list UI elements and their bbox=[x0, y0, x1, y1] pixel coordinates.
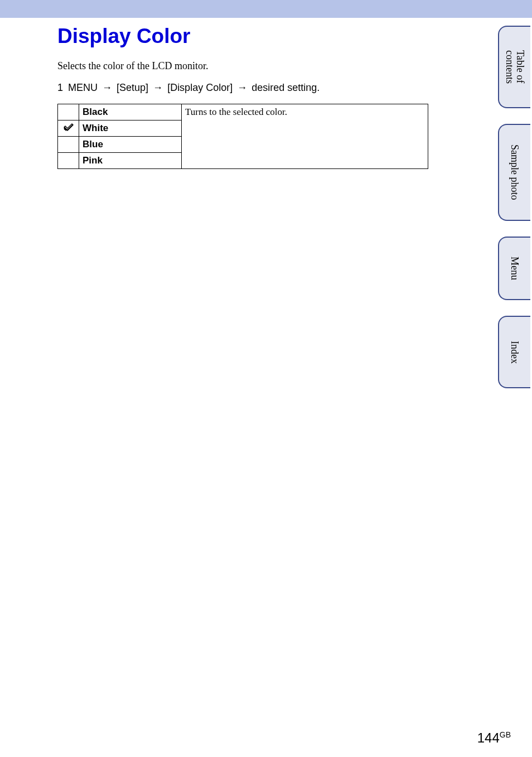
check-icon bbox=[64, 123, 74, 131]
option-name: White bbox=[79, 120, 182, 137]
main-content: Display Color Selects the color of the L… bbox=[0, 18, 429, 169]
step-final: desired setting. bbox=[252, 82, 320, 93]
page-footer: 144GB bbox=[477, 730, 511, 746]
options-table: Black Turns to the selected color. White… bbox=[57, 104, 428, 169]
tab-index[interactable]: Index bbox=[498, 316, 530, 388]
table-row: Black Turns to the selected color. bbox=[58, 104, 428, 120]
option-description: Turns to the selected color. bbox=[182, 104, 428, 169]
check-cell bbox=[58, 120, 79, 137]
option-name: Pink bbox=[79, 153, 182, 169]
step-path-2: [Display Color] bbox=[167, 82, 233, 93]
check-cell bbox=[58, 104, 79, 120]
step-number: 1 bbox=[57, 82, 65, 94]
arrow-icon: → bbox=[102, 82, 112, 94]
check-cell bbox=[58, 137, 79, 153]
tab-sample-photo[interactable]: Sample photo bbox=[498, 124, 530, 221]
tab-table-of-contents[interactable]: Table of contents bbox=[498, 26, 530, 108]
step-line: 1 MENU → [Setup] → [Display Color] → des… bbox=[57, 82, 372, 94]
arrow-icon: → bbox=[153, 82, 163, 94]
side-tabs: Table of contents Sample photo Menu Inde… bbox=[498, 26, 530, 388]
option-name: Black bbox=[79, 104, 182, 120]
tab-label: Index bbox=[510, 341, 520, 364]
page-title: Display Color bbox=[57, 25, 372, 48]
menu-label: MENU bbox=[68, 82, 98, 93]
tab-menu[interactable]: Menu bbox=[498, 237, 530, 300]
option-name: Blue bbox=[79, 137, 182, 153]
tab-label: Table of contents bbox=[504, 35, 525, 99]
page-suffix: GB bbox=[500, 730, 511, 739]
header-band bbox=[0, 0, 532, 18]
tab-label: Sample photo bbox=[510, 144, 520, 200]
step-path-1: [Setup] bbox=[117, 82, 148, 93]
check-cell bbox=[58, 153, 79, 169]
page-number: 144 bbox=[477, 730, 500, 745]
arrow-icon: → bbox=[237, 82, 247, 94]
tab-label: Menu bbox=[510, 257, 520, 280]
intro-text: Selects the color of the LCD monitor. bbox=[57, 60, 372, 72]
